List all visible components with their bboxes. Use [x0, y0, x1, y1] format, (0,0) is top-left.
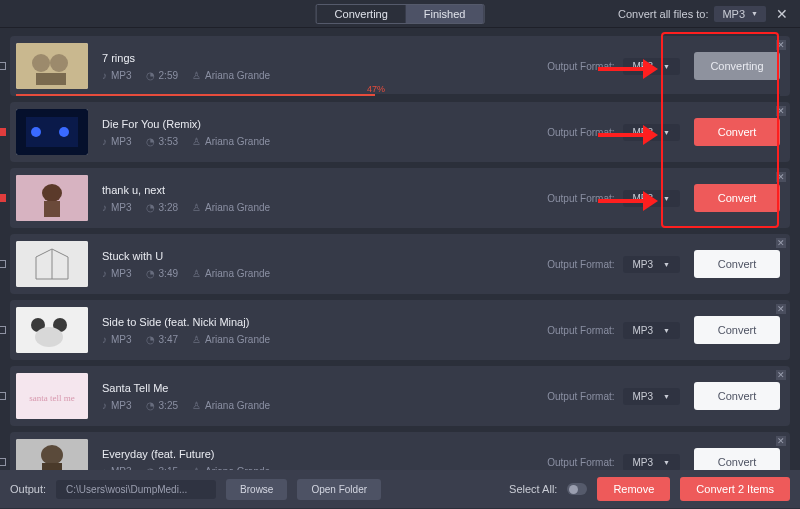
progress-percent: 47% — [367, 84, 385, 94]
remove-button[interactable]: Remove — [597, 477, 670, 501]
music-note-icon: ♪ — [102, 400, 107, 411]
output-label: Output: — [10, 483, 46, 495]
clock-icon: ◔ — [146, 400, 155, 411]
output-format-label: Output Format: — [547, 259, 614, 270]
output-format-select[interactable]: MP3 ▼ — [623, 256, 681, 273]
svg-rect-3 — [36, 73, 66, 85]
row-checkbox[interactable] — [0, 260, 6, 268]
row-checkbox[interactable] — [0, 326, 6, 334]
chevron-down-icon: ▼ — [751, 10, 758, 17]
convert-button[interactable]: Convert — [694, 448, 780, 470]
row-close-icon[interactable]: ✕ — [776, 370, 786, 380]
clock-icon: ◔ — [146, 136, 155, 147]
output-format-label: Output Format: — [547, 391, 614, 402]
chevron-down-icon: ▼ — [663, 393, 670, 400]
track-thumbnail — [16, 43, 88, 89]
track-meta: ♪MP3 ◔3:53 ♙Ariana Grande — [102, 136, 533, 147]
output-format-select[interactable]: MP3 ▼ — [623, 454, 681, 471]
chevron-down-icon: ▼ — [663, 129, 670, 136]
output-format-select[interactable]: MP3 ▼ — [623, 190, 681, 207]
convert-items-button[interactable]: Convert 2 Items — [680, 477, 790, 501]
row-close-icon[interactable]: ✕ — [776, 238, 786, 248]
person-icon: ♙ — [192, 400, 201, 411]
clock-icon: ◔ — [146, 268, 155, 279]
track-row: Everyday (feat. Future) ♪MP3 ◔3:15 ♙Aria… — [10, 432, 790, 470]
chevron-down-icon: ▼ — [663, 327, 670, 334]
row-close-icon[interactable]: ✕ — [776, 106, 786, 116]
output-format-label: Output Format: — [547, 193, 614, 204]
output-format-label: Output Format: — [547, 127, 614, 138]
convert-button[interactable]: Convert — [694, 382, 780, 410]
svg-point-1 — [32, 54, 50, 72]
row-close-icon[interactable]: ✕ — [776, 172, 786, 182]
svg-point-22 — [41, 445, 63, 465]
conversion-list: 7 rings ♪MP3 ◔2:59 ♙Ariana Grande Output… — [0, 28, 800, 470]
track-meta: ♪MP3 ◔2:59 ♙Ariana Grande — [102, 70, 533, 81]
clock-icon: ◔ — [146, 466, 155, 471]
track-row: santa tell me Santa Tell Me ♪MP3 ◔3:25 ♙… — [10, 366, 790, 426]
track-row: Die For You (Remix) ♪MP3 ◔3:53 ♙Ariana G… — [10, 102, 790, 162]
output-path[interactable]: C:\Users\wosi\DumpMedi... — [56, 480, 216, 499]
convert-button[interactable]: Convert — [694, 118, 780, 146]
svg-rect-11 — [44, 201, 60, 217]
open-folder-button[interactable]: Open Folder — [297, 479, 381, 500]
music-note-icon: ♪ — [102, 268, 107, 279]
track-row: Side to Side (feat. Nicki Minaj) ♪MP3 ◔3… — [10, 300, 790, 360]
clock-icon: ◔ — [146, 334, 155, 345]
row-checkbox[interactable] — [0, 128, 6, 136]
select-all-label: Select All: — [509, 483, 557, 495]
tab-finished[interactable]: Finished — [406, 5, 484, 23]
track-title: Everyday (feat. Future) — [102, 448, 533, 460]
track-meta: ♪MP3 ◔3:25 ♙Ariana Grande — [102, 400, 533, 411]
row-close-icon[interactable]: ✕ — [776, 40, 786, 50]
convert-all-format-select[interactable]: MP3 ▼ — [714, 6, 766, 22]
browse-button[interactable]: Browse — [226, 479, 287, 500]
music-note-icon: ♪ — [102, 466, 107, 471]
select-all-toggle[interactable] — [567, 483, 587, 495]
clock-icon: ◔ — [146, 202, 155, 213]
convert-button[interactable]: Convert — [694, 184, 780, 212]
chevron-down-icon: ▼ — [663, 195, 670, 202]
person-icon: ♙ — [192, 466, 201, 471]
track-title: Side to Side (feat. Nicki Minaj) — [102, 316, 533, 328]
row-close-icon[interactable]: ✕ — [776, 436, 786, 446]
track-title: thank u, next — [102, 184, 533, 196]
output-format-select[interactable]: MP3 ▼ — [623, 124, 681, 141]
close-icon[interactable]: ✕ — [772, 6, 792, 22]
output-format-label: Output Format: — [547, 61, 614, 72]
track-row: 7 rings ♪MP3 ◔2:59 ♙Ariana Grande Output… — [10, 36, 790, 96]
row-checkbox[interactable] — [0, 62, 6, 70]
output-format-select[interactable]: MP3 ▼ — [623, 58, 681, 75]
top-tabs: Converting Finished — [316, 4, 485, 24]
music-note-icon: ♪ — [102, 70, 107, 81]
row-checkbox[interactable] — [0, 194, 6, 202]
music-note-icon: ♪ — [102, 334, 107, 345]
person-icon: ♙ — [192, 334, 201, 345]
track-thumbnail — [16, 175, 88, 221]
convert-all-format-value: MP3 — [722, 8, 745, 20]
output-format-select[interactable]: MP3 ▼ — [623, 388, 681, 405]
track-row: thank u, next ♪MP3 ◔3:28 ♙Ariana Grande … — [10, 168, 790, 228]
chevron-down-icon: ▼ — [663, 261, 670, 268]
person-icon: ♙ — [192, 202, 201, 213]
row-close-icon[interactable]: ✕ — [776, 304, 786, 314]
music-note-icon: ♪ — [102, 136, 107, 147]
track-title: Stuck with U — [102, 250, 533, 262]
convert-all-label: Convert all files to: — [618, 8, 708, 20]
clock-icon: ◔ — [146, 70, 155, 81]
output-format-label: Output Format: — [547, 457, 614, 468]
output-format-select[interactable]: MP3 ▼ — [623, 322, 681, 339]
track-title: Die For You (Remix) — [102, 118, 533, 130]
svg-point-10 — [42, 184, 62, 202]
convert-button[interactable]: Convert — [694, 250, 780, 278]
person-icon: ♙ — [192, 268, 201, 279]
svg-point-2 — [50, 54, 68, 72]
tab-converting[interactable]: Converting — [317, 5, 406, 23]
track-row: Stuck with U ♪MP3 ◔3:49 ♙Ariana Grande O… — [10, 234, 790, 294]
row-checkbox[interactable] — [0, 458, 6, 466]
row-checkbox[interactable] — [0, 392, 6, 400]
converting-button: Converting — [694, 52, 780, 80]
svg-point-18 — [35, 327, 63, 347]
track-title: Santa Tell Me — [102, 382, 533, 394]
convert-button[interactable]: Convert — [694, 316, 780, 344]
